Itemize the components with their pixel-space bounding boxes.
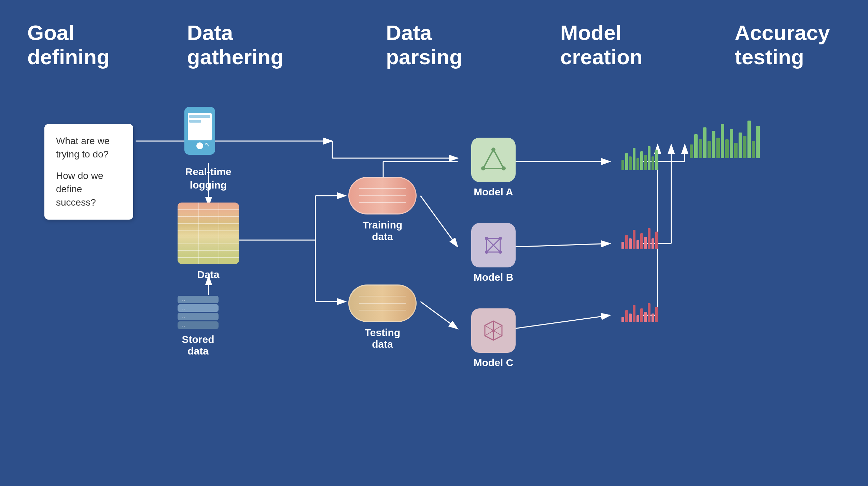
diagram-area: What are we trying to do? How do we defi… [27,90,841,397]
training-data-label: Training data [348,219,417,242]
bar-chart-main [690,117,760,158]
testing-data: Testing data [348,284,417,350]
svg-point-26 [491,148,495,152]
svg-point-28 [481,166,485,170]
data-label: Data [178,269,239,280]
header-goal-defining: Goal defining [27,20,139,69]
svg-line-42 [493,331,502,336]
svg-point-38 [499,250,502,254]
goal-box: What are we trying to do? How do we defi… [44,124,133,220]
svg-point-37 [485,250,488,254]
header-accuracy-testing: Accuracy testing [734,20,841,69]
svg-line-44 [485,331,493,336]
stored-data-label: Stored data [178,334,219,357]
accuracy-chart-b [621,221,658,249]
svg-line-13 [420,302,458,329]
goal-line1: What are we trying to do? [56,134,122,161]
header-model-creation: Model creation [560,20,667,69]
accuracy-chart-c [621,295,658,322]
real-time-line1: Real-time [185,166,231,177]
bar-chart-c [621,295,658,322]
model-c-label: Model C [474,357,514,369]
phone-screen [188,113,212,140]
data-cylinder: Data [178,203,239,280]
bar-chart-b [621,221,658,249]
model-c: Model C [471,308,516,369]
training-data-pill [348,177,417,214]
svg-marker-25 [483,150,504,168]
svg-point-46 [492,329,495,332]
server-icon [178,296,219,329]
model-b-label: Model B [474,272,514,283]
model-b: Model B [471,223,516,283]
training-data: Training data [348,177,417,242]
testing-data-label: Testing data [348,327,417,350]
svg-line-12 [420,196,458,247]
column-headers: Goal defining Data gathering Data parsin… [27,20,841,69]
goal-line2: How do we define success? [56,169,122,209]
model-a: Model A [471,138,516,198]
phone-icon: ↖ [184,107,215,155]
model-b-icon [471,223,516,267]
svg-line-45 [485,325,493,331]
svg-point-35 [485,237,488,240]
model-a-icon [471,138,516,182]
real-time-logging-label: Real-time logging [178,165,239,192]
model-c-icon [471,308,516,353]
main-container: Goal defining Data gathering Data parsin… [0,0,868,486]
testing-data-pill [348,284,417,322]
svg-point-27 [502,166,506,170]
svg-line-18 [512,315,610,329]
stored-data: Stored data [178,295,219,357]
svg-line-41 [493,325,502,331]
accuracy-chart-a [621,143,658,170]
bar-chart-a [621,143,658,170]
real-time-line2: logging [190,179,227,191]
header-data-parsing: Data parsing [386,20,492,69]
accuracy-chart-main [690,117,760,158]
header-data-gathering: Data gathering [187,20,311,69]
model-a-label: Model A [474,186,513,198]
svg-point-36 [499,237,502,240]
svg-line-17 [512,244,610,247]
